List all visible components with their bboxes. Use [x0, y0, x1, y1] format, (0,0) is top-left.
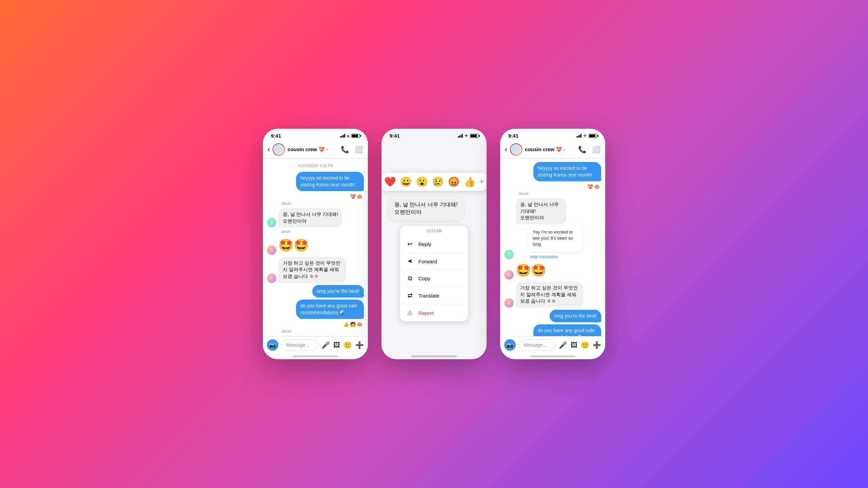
reactions-sent-right-1: 💝 🐵 — [504, 184, 601, 189]
battery-icon-right — [589, 134, 597, 138]
battery-icon-middle — [470, 134, 478, 138]
group-name-left[interactable]: cousin crew 💝 › — [288, 146, 341, 152]
mic-icon-right[interactable]: 🎤 — [559, 341, 567, 349]
context-overlay: ❤️ 😀 😮 😢 😡 👍 + 응, 널 만나서 너무 기대돼!오랜만이야 12:… — [381, 141, 487, 353]
header-chevron-left: › — [326, 147, 328, 152]
video-icon-left[interactable]: ⬜ — [355, 145, 363, 154]
plus-icon-left[interactable]: ➕ — [355, 341, 364, 349]
reactions-sent-cafe: 👍 🧑 🐵 — [267, 322, 364, 327]
phone-icon-left[interactable]: 📞 — [341, 145, 349, 154]
react-heart[interactable]: ❤️ — [384, 176, 396, 187]
reactions-sent-1: 💝 🐵 — [267, 194, 364, 199]
bubble-jacob-right[interactable]: 응, 널 만나서 너무 기대돼!오랜만이야 — [516, 198, 567, 224]
bubble-sent-cafe[interactable]: do you have any good cafe recommendation… — [296, 300, 364, 319]
report-label: Report — [418, 310, 434, 316]
status-time-middle: 9:41 — [390, 133, 400, 139]
reply-label: Reply — [418, 241, 431, 247]
bubble-sarah-emoji[interactable]: 🤩🤩 — [278, 236, 309, 255]
bubble-sent-right-1[interactable]: heyyyy so excited to be visiting Korea n… — [533, 162, 601, 181]
photo-icon-left[interactable]: 🖼 — [333, 341, 340, 349]
bubble-sent-omg[interactable]: omg you're the best! — [312, 285, 364, 298]
bubble-jacob-1[interactable]: 응, 널 만나서 너무 기대돼!오랜만이야 — [278, 208, 342, 227]
context-report[interactable]: ⚠ Report — [400, 304, 468, 321]
context-copy[interactable]: ⧉ Copy — [400, 270, 468, 287]
context-forward[interactable]: ➤ Forward — [400, 253, 468, 270]
bubble-sarah-right[interactable]: 🤩🤩 — [516, 261, 546, 280]
status-icons-left: 𝛂 — [340, 133, 360, 139]
status-icons-right: ✈ — [576, 133, 597, 138]
sender-sarah: sarah — [281, 229, 364, 233]
input-icons-right: 🎤 🖼 🙂 ➕ — [559, 341, 601, 349]
context-translate[interactable]: ⇄ Translate — [400, 287, 468, 304]
context-reply[interactable]: ↩ Reply — [400, 236, 468, 253]
translate-icon: ⇄ — [406, 292, 414, 299]
group-avatar-left — [273, 143, 285, 156]
back-button-right[interactable]: ‹ — [505, 145, 507, 154]
forward-icon: ➤ — [406, 258, 414, 265]
battery-icon-left — [351, 134, 360, 138]
chat-header-left: ‹ cousin crew 💝 › 📞 ⬜ — [263, 141, 368, 159]
msg-sent-omg: omg you're the best! — [267, 285, 364, 298]
msg-sent-cafe-right: do you have any good cafe recommendation… — [504, 324, 601, 336]
camera-button-left[interactable]: 📷 — [267, 339, 278, 351]
status-bar-left: 9:41 𝛂 — [263, 129, 368, 141]
status-time-right: 9:41 — [508, 133, 518, 139]
react-wow[interactable]: 😮 — [416, 176, 428, 187]
signal-icon-left — [340, 134, 345, 138]
wifi-icon-left: 𝛂 — [347, 133, 350, 139]
group-name-right[interactable]: cousin crew 💝 › — [525, 146, 578, 152]
mic-icon-left[interactable]: 🎤 — [321, 341, 330, 349]
bubble-sent-cafe-right[interactable]: do you have any good cafe recommendation… — [533, 324, 601, 336]
input-icons-left: 🎤 🖼 🙂 ➕ — [321, 341, 364, 349]
chat-header-right: ‹ cousin crew 💝 › 📞 ⬜ — [500, 141, 605, 159]
back-button-left[interactable]: ‹ — [268, 145, 270, 154]
status-icons-middle: ✈ — [458, 133, 478, 138]
msg-received-sarah-emoji: S 🤩🤩 — [267, 236, 364, 255]
context-message-bubble: 응, 널 만나서 너무 기대돼!오랜만이야 — [388, 196, 464, 221]
bubble-sent-omg-right[interactable]: omg you're the best! — [550, 310, 601, 323]
msg-sent-cafe: do you have any good cafe recommendation… — [267, 300, 364, 319]
messages-area-left: YESTERDAY 4:16 PM heyyyy so excited to b… — [263, 159, 368, 336]
wifi-icon-middle: ✈ — [465, 133, 468, 138]
msg-received-sarah-long-right: S 가장 하고 싶은 것이 무엇인지 알려주시면 계획을 세워보겠 습니다 ㅎㅎ — [504, 282, 601, 308]
react-smile[interactable]: 😀 — [400, 176, 412, 187]
msg-received-sarah-right: S 🤩🤩 — [504, 261, 601, 280]
react-cry[interactable]: 😢 — [432, 176, 444, 187]
message-input-right[interactable]: Message... — [519, 339, 555, 351]
status-bar-middle: 9:41 ✈ — [381, 129, 487, 141]
hide-translation-btn[interactable]: Hide translation — [530, 255, 589, 259]
emoji-reaction-bar: ❤️ 😀 😮 😢 😡 👍 + — [381, 173, 487, 191]
react-add[interactable]: + — [480, 177, 484, 186]
emoji-icon-right[interactable]: 🙂 — [581, 341, 589, 349]
video-icon-right[interactable]: ⬜ — [592, 145, 600, 154]
header-actions-right: 📞 ⬜ — [578, 145, 600, 154]
bubble-sarah-long-right[interactable]: 가장 하고 싶은 것이 무엇인지 알려주시면 계획을 세워보겠 습니다 ㅎㅎ — [516, 282, 584, 308]
plus-icon-right[interactable]: ➕ — [593, 341, 601, 349]
photo-icon-right[interactable]: 🖼 — [571, 341, 577, 349]
emoji-icon-left[interactable]: 🙂 — [343, 341, 352, 349]
bubble-sent-1[interactable]: heyyyy so excited to be visiting Korea n… — [296, 172, 364, 191]
bubble-sarah-2[interactable]: 가장 하고 싶은 것이 무엇인지 알려주시면 계획을 세워보겠 습니다 ㅎㅎ — [278, 257, 346, 283]
camera-button-right[interactable]: 📷 — [504, 339, 516, 351]
header-actions-left: 📞 ⬜ — [341, 145, 363, 154]
react-angry[interactable]: 😡 — [448, 176, 460, 187]
message-input-left[interactable]: Message... — [282, 339, 318, 351]
avatar-sarah-long-right: S — [504, 298, 514, 308]
phone-icon-right[interactable]: 📞 — [578, 145, 587, 154]
msg-received-jacob-right: J 응, 널 만나서 너무 기대돼!오랜만이야 Yay I'm so excit… — [504, 198, 601, 259]
status-time-left: 9:41 — [271, 133, 281, 139]
wifi-icon-right: ✈ — [583, 133, 587, 138]
report-icon: ⚠ — [406, 309, 414, 317]
context-timestamp: 12:22 AM — [400, 226, 468, 236]
copy-label: Copy — [418, 276, 430, 281]
react-thumbs[interactable]: 👍 — [464, 176, 476, 187]
chat-input-bar-right: 📷 Message... 🎤 🖼 🙂 ➕ — [500, 336, 605, 353]
translation-card: Yay I'm so excited to see you! It's been… — [528, 225, 583, 252]
chat-input-bar-left: 📷 Message... 🎤 🖼 🙂 ➕ — [263, 336, 368, 353]
date-divider: YESTERDAY 4:16 PM — [267, 164, 364, 168]
context-menu: 12:22 AM ↩ Reply ➤ Forward ⧉ Copy ⇄ Tran… — [400, 226, 468, 321]
msg-sent-omg-right: omg you're the best! — [504, 310, 601, 323]
signal-icon-middle — [458, 134, 463, 138]
translate-label: Translate — [418, 293, 439, 299]
avatar-sarah-2: S — [267, 273, 276, 283]
